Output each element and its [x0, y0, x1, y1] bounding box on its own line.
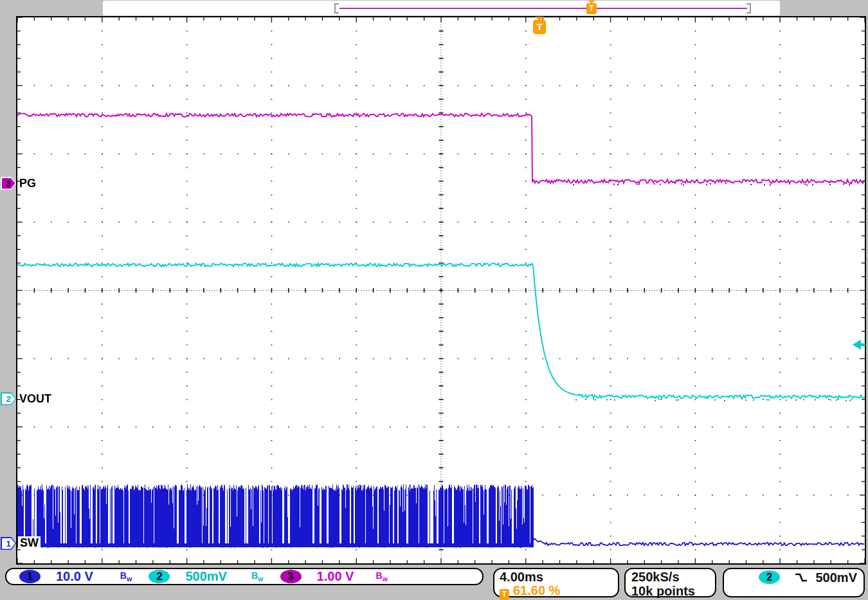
acquisition-window-right-bracket — [746, 3, 751, 14]
acquisition-preview-bar: T — [103, 1, 780, 15]
record-length: 10k points — [631, 584, 709, 598]
channel3-badge[interactable]: 3 — [280, 570, 302, 583]
channel2-label: VOUT — [19, 392, 51, 405]
channel3-scale[interactable]: 1.00 V — [317, 569, 354, 584]
falling-edge-icon — [794, 572, 808, 583]
trigger-level-marker[interactable] — [853, 340, 861, 350]
channel3-reference-marker[interactable]: 3 — [1, 177, 16, 190]
acquisition-readout[interactable]: 250kS/s 10k points — [624, 568, 716, 597]
channel1-reference-marker[interactable]: 1 — [1, 537, 16, 550]
trigger-t-icon: T — [500, 589, 509, 600]
trigger-time-marker[interactable]: T — [532, 17, 547, 36]
waveform-canvas — [17, 17, 865, 563]
channel1-scale[interactable]: 10.0 V — [56, 569, 93, 584]
channel2-scale[interactable]: 500mV — [185, 569, 227, 584]
channel2-bandwidth-icon: BW — [251, 570, 264, 583]
channel1-badge[interactable]: 1 — [19, 570, 41, 583]
channel2-reference-marker[interactable]: 2 — [1, 392, 16, 405]
trigger-readout[interactable]: 2 500mV — [723, 568, 865, 597]
trigger-position-readout: 61.60 % — [513, 583, 560, 597]
acquisition-record-line — [339, 8, 747, 9]
channel1-bandwidth-icon: BW — [120, 570, 132, 583]
channel1-label: SW — [18, 536, 41, 549]
oscilloscope-screen: T T 3 PG 2 VOUT 1 SW 1 10.0 V BW 2 500mV… — [0, 0, 868, 600]
channel-readout-bar: 1 10.0 V BW 2 500mV BW 3 1.00 V BW — [5, 568, 484, 585]
channel2-badge[interactable]: 2 — [149, 570, 170, 583]
trigger-source-badge: 2 — [759, 570, 780, 584]
trigger-t-icon: T — [533, 20, 546, 34]
trigger-t-icon: T — [586, 3, 597, 14]
channel3-label: PG — [19, 177, 36, 190]
trigger-position-indicator[interactable]: T — [586, 1, 597, 15]
channel3-bandwidth-icon: BW — [375, 570, 388, 583]
graticule — [16, 16, 866, 565]
timebase-scale: 4.00ms — [500, 570, 613, 584]
acquisition-window-left-bracket — [334, 3, 339, 14]
sample-rate: 250kS/s — [631, 570, 709, 584]
timebase-readout[interactable]: 4.00ms T61.60 % — [493, 568, 619, 597]
trigger-level-readout: 500mV — [816, 570, 858, 585]
